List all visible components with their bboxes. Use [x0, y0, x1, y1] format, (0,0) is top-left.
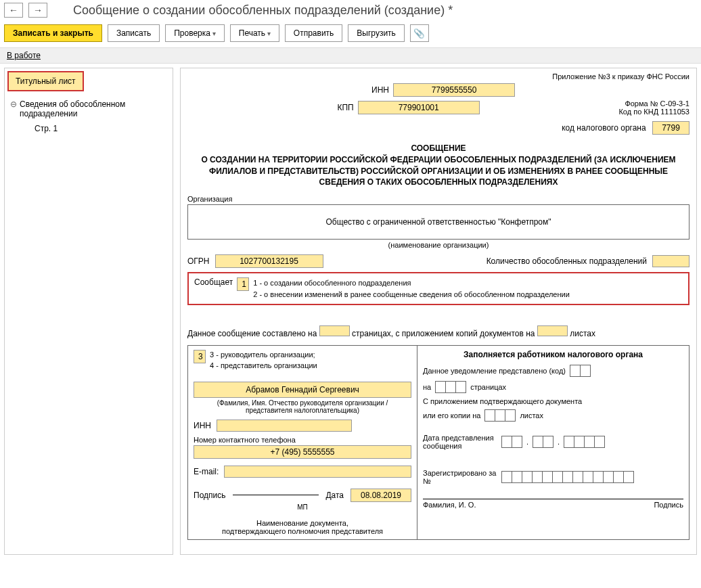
on-pages-label-a: на [423, 383, 431, 391]
notify-option-1: 1 - о создании обособленного подразделен… [253, 277, 570, 289]
notify-label: Сообщает [194, 277, 233, 287]
tax-office-title: Заполняется работником налогового органа [423, 350, 683, 359]
status-link[interactable]: В работе [7, 51, 41, 60]
rep-option-4: 4 - представитель организации [210, 361, 317, 371]
fio-field[interactable]: Абрамов Геннадий Сергеевич [194, 382, 411, 398]
rep-code-field[interactable]: 3 [194, 350, 206, 363]
attach-doc-label: С приложением подтверждающего документа [423, 397, 582, 405]
email-label: E-mail: [194, 467, 219, 476]
tax-code-label: код налогового органа [562, 123, 646, 133]
document-main-title: СООБЩЕНИЕ О СОЗДАНИИ НА ТЕРРИТОРИИ РОССИ… [187, 143, 689, 188]
nav-panel: Титульный лист ⊖ Сведения об обособленно… [4, 68, 173, 555]
doc-name-caption-2: подтверждающего полномочия представителя [194, 527, 411, 535]
reg-no-cells [501, 471, 634, 483]
document-panel: Приложение №3 к приказу ФНС России ИНН 7… [180, 68, 697, 555]
save-button[interactable]: Записать [108, 24, 160, 42]
fio-caption: (Фамилия, Имя. Отчество руководителя орг… [194, 399, 411, 414]
phone-field[interactable]: +7 (495) 5555555 [194, 445, 411, 459]
page-title: Сообщение о создании обособленных подраз… [73, 3, 453, 18]
attach-button[interactable]: 📎 [410, 24, 429, 42]
phone-label: Номер контактного телефона [194, 436, 411, 444]
knd-code: Код по КНД 1111053 [618, 108, 689, 116]
inn-field[interactable]: 7799555550 [393, 83, 515, 97]
kpp-field[interactable]: 779901001 [358, 101, 480, 114]
right-sign-label: Подпись [654, 501, 683, 509]
collapse-icon[interactable]: ⊖ [10, 99, 20, 109]
pages-row: Данное сообщение составлено на страницах… [187, 325, 689, 338]
org-name-box[interactable]: Общество с ограниченной ответственностью… [187, 204, 689, 240]
count-label: Количество обособленных подразделений [487, 256, 647, 266]
status-bar: В работе [0, 47, 701, 64]
date-cells-m [533, 436, 553, 448]
date-cells-d [501, 436, 522, 448]
notify-option-2: 2 - о внесении изменений в ранее сообщен… [253, 289, 570, 300]
toolbar: Записать и закрыть Записать Проверка Печ… [0, 20, 701, 47]
print-button[interactable]: Печать [230, 24, 279, 42]
kpp-label: КПП [327, 103, 354, 112]
copy-on-label-a: или его копии на [423, 411, 480, 420]
mp-label: МП [194, 503, 411, 511]
attach-pages-field[interactable] [537, 325, 568, 336]
back-button[interactable]: ← [4, 3, 23, 18]
org-label: Организация [187, 195, 689, 203]
org-caption: (наименование организации) [187, 241, 689, 249]
tree-child-page1[interactable]: Стр. 1 [35, 124, 170, 133]
presented-code-cells [570, 365, 591, 377]
tree-item-subdivision[interactable]: ⊖ Сведения об обособленном подразделении [7, 98, 170, 120]
doc-name-caption-1: Наименование документа, [194, 519, 411, 527]
form-number: Форма № С-09-3-1 [618, 99, 689, 108]
notify-highlight: Сообщает 1 1 - о создании обособленного … [187, 272, 689, 305]
ogrn-field[interactable]: 1027700132195 [215, 254, 323, 268]
check-button[interactable]: Проверка [165, 24, 225, 42]
right-fio-label: Фамилия, И. О. [423, 501, 476, 509]
export-button[interactable]: Выгрузить [348, 24, 405, 42]
sign-line [233, 495, 319, 495]
tree-label-subdivision: Сведения об обособленном подразделении [20, 99, 167, 118]
forward-button[interactable]: → [28, 3, 47, 18]
on-pages-cells [435, 381, 466, 393]
date-cells-y [564, 436, 605, 448]
date-label: Дата [325, 491, 344, 500]
tab-title-page[interactable]: Титульный лист [7, 71, 84, 91]
inn2-label: ИНН [194, 421, 211, 430]
present-date-label: Дата представления сообщения [423, 434, 497, 450]
sign-label: Подпись [194, 491, 226, 500]
inn-label: ИНН [362, 85, 389, 95]
paperclip-icon: 📎 [413, 28, 425, 39]
tax-office-section: Заполняется работником налогового органа… [417, 345, 689, 540]
top-nav: ← → Сообщение о создании обособленных по… [0, 0, 701, 20]
on-pages-label-b: страницах [470, 383, 506, 391]
appendix-note: Приложение №3 к приказу ФНС России [187, 72, 689, 81]
email-field[interactable] [224, 466, 411, 478]
pages-count-field[interactable] [319, 325, 350, 336]
date-field[interactable]: 08.08.2019 [350, 489, 411, 502]
count-field[interactable] [652, 255, 689, 267]
copy-on-label-b: листах [520, 411, 543, 420]
ogrn-label: ОГРН [187, 256, 210, 266]
save-close-button[interactable]: Записать и закрыть [4, 24, 102, 42]
notify-code-field[interactable]: 1 [237, 277, 249, 291]
copy-pages-cells [484, 409, 516, 422]
rep-option-3: 3 - руководитель организации; [210, 350, 317, 360]
signatory-section: 3 3 - руководитель организации; 4 - пред… [187, 345, 417, 540]
presented-code-label: Данное уведомление представлено (код) [423, 367, 566, 375]
registered-label: Зарегистрировано за № [423, 469, 497, 485]
inn2-field[interactable] [217, 420, 352, 432]
send-button[interactable]: Отправить [285, 24, 343, 42]
tax-code-field[interactable]: 7799 [652, 121, 689, 135]
